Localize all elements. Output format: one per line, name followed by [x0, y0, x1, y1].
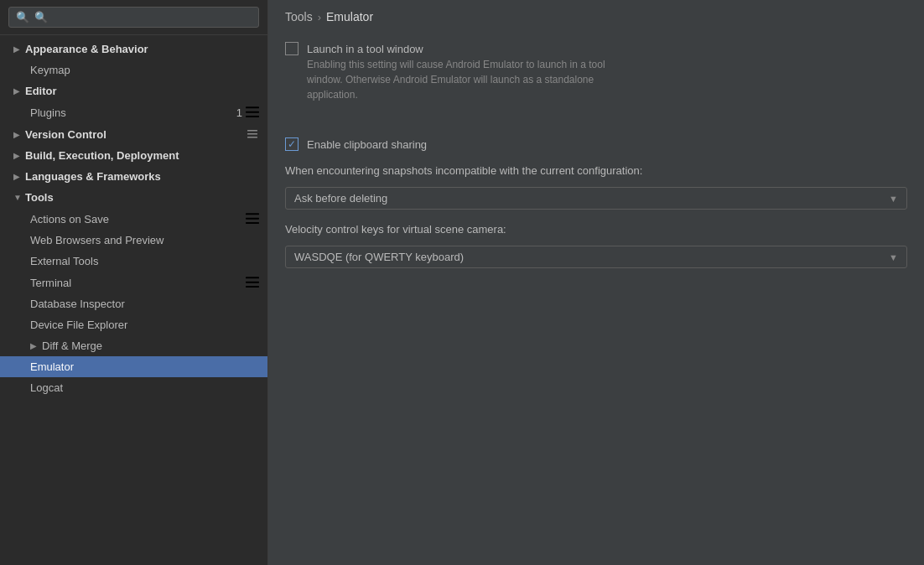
sidebar-item-languages[interactable]: ▶ Languages & Frameworks — [0, 166, 267, 187]
settings-icon — [246, 276, 259, 289]
sidebar-item-label: Database Inspector — [30, 298, 259, 310]
sidebar-item-tools[interactable]: ▼ Tools — [0, 187, 267, 208]
settings-icon — [246, 106, 259, 119]
snapshots-dropdown-value: Ask before deleting — [294, 192, 884, 205]
search-input-wrap[interactable]: 🔍 — [8, 7, 259, 28]
svg-rect-6 — [246, 213, 259, 215]
arrow-icon: ▶ — [13, 86, 25, 96]
launch-checkbox-row[interactable]: Launch in a tool window — [285, 42, 907, 55]
chevron-down-icon: ▼ — [889, 252, 898, 262]
sidebar-item-label: Languages & Frameworks — [25, 170, 259, 183]
sidebar-item-logcat[interactable]: Logcat — [0, 377, 267, 398]
sidebar-item-editor[interactable]: ▶ Editor — [0, 80, 267, 101]
arrow-icon: ▶ — [13, 130, 25, 139]
chevron-down-icon: ▼ — [889, 194, 898, 204]
sidebar-item-keymap[interactable]: Keymap — [0, 60, 267, 80]
sidebar-item-terminal[interactable]: Terminal — [0, 272, 267, 293]
sidebar-item-diff-merge[interactable]: ▶ Diff & Merge — [0, 335, 267, 356]
sidebar-item-label: Plugins — [30, 106, 236, 119]
velocity-label: Velocity control keys for virtual scene … — [285, 223, 907, 236]
svg-rect-8 — [246, 222, 259, 224]
clipboard-checkbox[interactable] — [285, 137, 298, 151]
settings-icon — [246, 127, 259, 141]
svg-rect-2 — [246, 116, 259, 117]
sidebar-item-appearance[interactable]: ▶ Appearance & Behavior — [0, 39, 267, 60]
sidebar-item-label: Tools — [25, 191, 259, 204]
snapshots-section: When encountering snapshots incompatible… — [285, 164, 907, 210]
nav-list: ▶ Appearance & Behavior Keymap ▶ Editor … — [0, 35, 267, 402]
sidebar-item-label: Actions on Save — [30, 213, 242, 225]
breadcrumb: Tools › Emulator — [268, 0, 924, 32]
svg-rect-1 — [246, 111, 259, 113]
velocity-section: Velocity control keys for virtual scene … — [285, 223, 907, 268]
sidebar-item-label: Terminal — [30, 277, 242, 289]
sidebar-item-label: Keymap — [30, 64, 259, 76]
svg-rect-0 — [246, 106, 259, 108]
search-bar: 🔍 — [0, 0, 267, 35]
sidebar-item-build[interactable]: ▶ Build, Execution, Deployment — [0, 145, 267, 166]
sidebar-item-plugins[interactable]: Plugins 1 — [0, 101, 267, 123]
arrow-icon: ▶ — [30, 341, 42, 350]
sidebar-item-label: Logcat — [30, 381, 259, 394]
sidebar-item-version-control[interactable]: ▶ Version Control — [0, 123, 267, 145]
sidebar: 🔍 ▶ Appearance & Behavior Keymap ▶ Edito… — [0, 0, 268, 565]
sidebar-item-external-tools[interactable]: External Tools — [0, 251, 267, 272]
plugins-badge: 1 — [236, 106, 242, 119]
launch-checkbox[interactable] — [285, 42, 298, 55]
sidebar-item-label: Editor — [25, 85, 259, 97]
clipboard-checkbox-label: Enable clipboard sharing — [307, 138, 427, 151]
snapshots-dropdown[interactable]: Ask before deleting ▼ — [285, 187, 907, 210]
settings-icon — [246, 212, 259, 225]
snapshots-label: When encountering snapshots incompatible… — [285, 164, 907, 177]
svg-rect-7 — [246, 218, 259, 220]
launch-checkbox-label: Launch in a tool window — [307, 43, 423, 55]
clipboard-checkbox-row[interactable]: Enable clipboard sharing — [285, 137, 907, 151]
arrow-icon: ▶ — [13, 44, 25, 54]
breadcrumb-parent: Tools — [285, 10, 313, 23]
sidebar-item-emulator[interactable]: Emulator — [0, 356, 267, 377]
search-input[interactable] — [34, 11, 252, 23]
arrow-icon: ▼ — [13, 193, 25, 202]
arrow-icon: ▶ — [13, 151, 25, 160]
svg-rect-4 — [247, 133, 257, 135]
sidebar-item-label: Diff & Merge — [42, 340, 259, 352]
sidebar-item-web-browsers[interactable]: Web Browsers and Preview — [0, 230, 267, 251]
main-content: Tools › Emulator Launch in a tool window… — [268, 0, 924, 565]
sidebar-item-label: Version Control — [25, 128, 242, 141]
content-body: Launch in a tool window Enabling this se… — [268, 32, 924, 285]
sidebar-item-label: Emulator — [30, 360, 259, 373]
svg-rect-3 — [247, 130, 257, 132]
separator — [285, 116, 907, 122]
sidebar-item-label: External Tools — [30, 255, 259, 267]
svg-rect-10 — [246, 282, 259, 283]
search-icon: 🔍 — [16, 11, 29, 23]
sidebar-item-label: Build, Execution, Deployment — [25, 149, 259, 162]
svg-rect-9 — [246, 277, 259, 278]
sidebar-item-label: Device File Explorer — [30, 319, 259, 331]
sidebar-item-label: Web Browsers and Preview — [30, 234, 259, 246]
velocity-dropdown-value: WASDQE (for QWERTY keyboard) — [294, 251, 884, 263]
svg-rect-11 — [246, 286, 259, 288]
velocity-dropdown[interactable]: WASDQE (for QWERTY keyboard) ▼ — [285, 246, 907, 268]
launch-hint-text: Enabling this setting will cause Android… — [307, 57, 793, 102]
sidebar-item-database-inspector[interactable]: Database Inspector — [0, 293, 267, 314]
sidebar-item-label: Appearance & Behavior — [25, 43, 259, 55]
arrow-icon: ▶ — [13, 172, 25, 181]
breadcrumb-separator: › — [318, 11, 321, 23]
svg-rect-5 — [247, 137, 257, 138]
breadcrumb-current: Emulator — [326, 10, 373, 23]
sidebar-item-actions-on-save[interactable]: Actions on Save — [0, 208, 267, 230]
launch-option-section: Launch in a tool window Enabling this se… — [285, 40, 907, 102]
sidebar-item-device-file-explorer[interactable]: Device File Explorer — [0, 314, 267, 335]
